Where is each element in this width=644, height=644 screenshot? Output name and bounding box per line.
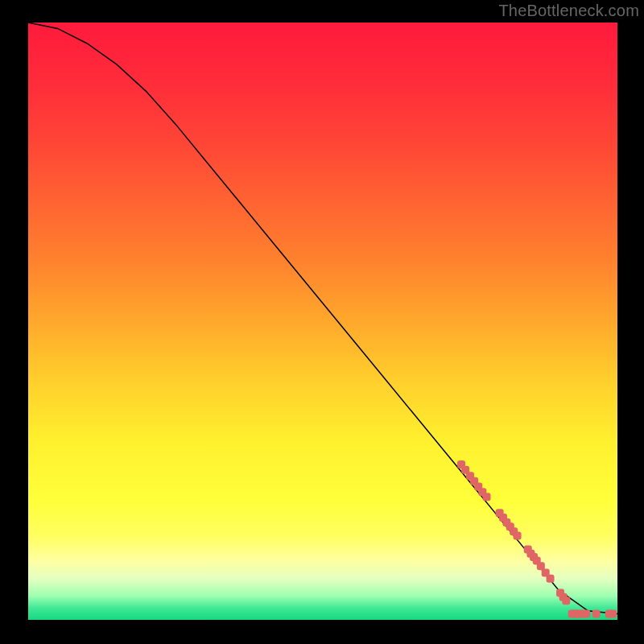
data-marker bbox=[483, 493, 491, 501]
data-marker bbox=[582, 610, 590, 618]
data-marker bbox=[514, 531, 522, 539]
data-marker bbox=[592, 610, 601, 618]
data-marker bbox=[547, 575, 555, 583]
data-marker bbox=[562, 597, 570, 605]
chart-frame: TheBottleneck.com bbox=[0, 0, 644, 644]
attribution-text: TheBottleneck.com bbox=[498, 2, 639, 20]
bottleneck-chart bbox=[0, 0, 644, 644]
data-marker bbox=[609, 610, 617, 618]
plot-background bbox=[28, 23, 617, 620]
